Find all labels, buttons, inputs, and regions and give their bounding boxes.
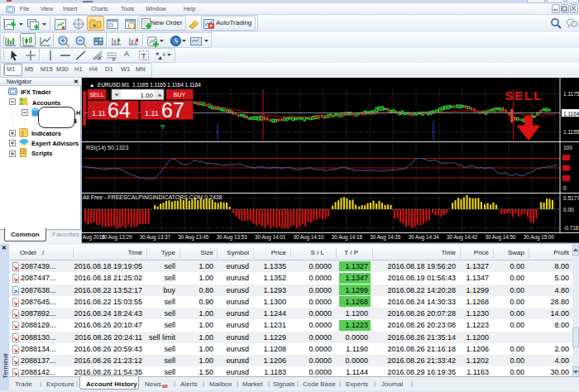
svg-text:30 Aug 15:00: 30 Aug 15:00 <box>524 234 555 241</box>
svg-text:F: F <box>112 57 116 62</box>
svg-text:RSI(14) 50.1323: RSI(14) 50.1323 <box>86 145 128 151</box>
svg-text:-0.718: -0.718 <box>563 225 579 231</box>
svg-text:30 Aug 14:42: 30 Aug 14:42 <box>447 234 478 241</box>
svg-text:0: 0 <box>563 185 567 191</box>
svg-text:30 Aug 14:10: 30 Aug 14:10 <box>293 234 324 241</box>
svg-text:1.11: 1.11 <box>92 109 106 117</box>
svg-text:1.1155: 1.1155 <box>563 129 579 135</box>
svg-text:T: T <box>141 52 146 60</box>
svg-text:SELL: SELL <box>89 92 103 98</box>
svg-text:30 Aug 14:01: 30 Aug 14:01 <box>255 234 286 241</box>
svg-text:All Free - FREESCALPINGINDICAT: All Free - FREESCALPINGINDICATORS.COM 0.… <box>83 194 223 200</box>
svg-text:1.1164: 1.1164 <box>563 111 579 117</box>
svg-text:30 Aug 13:45: 30 Aug 13:45 <box>178 234 209 241</box>
svg-text:30 Aug 13:53: 30 Aug 13:53 <box>217 234 248 241</box>
svg-text:0.5177: 0.5177 <box>563 195 579 201</box>
svg-text:1.1175: 1.1175 <box>563 91 579 97</box>
svg-text:30 Aug 14:34: 30 Aug 14:34 <box>409 234 440 241</box>
svg-text:30 Aug 14:50: 30 Aug 14:50 <box>485 234 516 241</box>
svg-text:30 Aug 14:18: 30 Aug 14:18 <box>332 234 363 241</box>
svg-text:1.11: 1.11 <box>145 109 159 117</box>
svg-text:64: 64 <box>108 98 131 122</box>
svg-text:30 Aug 13:29: 30 Aug 13:29 <box>101 234 132 241</box>
svg-text:1.00: 1.00 <box>140 92 153 99</box>
svg-text:F: F <box>98 56 102 61</box>
svg-text:BUY: BUY <box>174 92 186 98</box>
svg-text:30 Aug 13:37: 30 Aug 13:37 <box>140 234 171 241</box>
svg-text:SELL: SELL <box>505 88 543 103</box>
svg-text:0.00: 0.00 <box>563 207 574 213</box>
svg-text:▲ EURUSD.M1 1.1165 1.1165 1.: ▲ EURUSD.M1 1.1165 1.1165 1.1164 1.1164 <box>89 82 201 88</box>
svg-text:67: 67 <box>161 98 184 122</box>
svg-text:30 Aug 14:26: 30 Aug 14:26 <box>370 234 401 241</box>
svg-text:100: 100 <box>563 145 572 151</box>
